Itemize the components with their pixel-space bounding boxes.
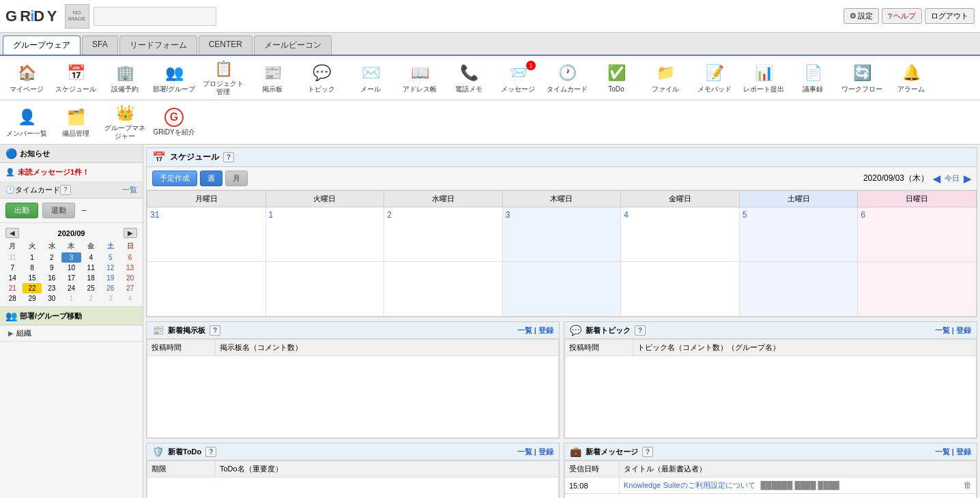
cal-day-3-3[interactable]: 24 [61, 283, 81, 293]
cal-day-3-2[interactable]: 23 [42, 283, 61, 293]
cal-prev-btn[interactable]: ◀ [5, 228, 19, 238]
cal-day-3-0[interactable]: 21 [3, 283, 23, 293]
tool-schedule[interactable]: 📅 スケジュール [52, 59, 100, 97]
tool-timecard[interactable]: 🕐 タイムカード [543, 59, 591, 97]
cal-day-2-4[interactable]: 18 [81, 273, 101, 283]
tool-introduce[interactable]: G GRiDYを紹介 [150, 103, 198, 141]
tool-groupmgr[interactable]: 👑 グループマネジャー [101, 103, 149, 141]
cal-day-1-5[interactable]: 12 [101, 263, 121, 273]
cal-day-0-6[interactable]: 6 [120, 252, 140, 263]
cal-day-0-4[interactable]: 4 [81, 252, 101, 263]
tool-dept[interactable]: 👥 部署/グループ [150, 59, 198, 97]
new-message-list-link[interactable]: 一覧 [935, 448, 950, 456]
cal-day-0-2[interactable]: 2 [42, 252, 61, 263]
timecard-help-btn[interactable]: ? [60, 185, 71, 195]
new-todo-help-btn[interactable]: ? [205, 447, 216, 457]
cal-day-1-0[interactable]: 7 [3, 263, 23, 273]
tool-mypage[interactable]: 🏠 マイページ [3, 59, 51, 97]
tool-address[interactable]: 📖 アドレス帳 [396, 59, 444, 97]
tool-mail[interactable]: ✉️ メール [347, 59, 394, 97]
tool-file[interactable]: 📁 ファイル [642, 59, 689, 97]
help-button[interactable]: ? ヘルプ [882, 8, 922, 24]
logout-button[interactable]: ログアウト [925, 8, 975, 24]
cal-day-4-0[interactable]: 28 [3, 293, 23, 304]
tool-minutes[interactable]: 📄 議事録 [789, 59, 837, 97]
new-topic-list-link[interactable]: 一覧 [935, 326, 950, 334]
new-board-help-btn[interactable]: ? [210, 325, 220, 336]
new-message-register-link[interactable]: 登録 [956, 448, 971, 456]
schedule-label: スケジュール [55, 85, 96, 93]
user-area: NO IMAGE [65, 4, 844, 29]
logo[interactable]: G R i D Y [5, 8, 57, 25]
settings-button[interactable]: ⚙ 設定 [844, 8, 879, 24]
tab-sfa[interactable]: SFA [82, 35, 118, 55]
cal-th-sun: 日 [120, 240, 140, 252]
introduce-label: GRiDYを紹介 [153, 128, 194, 136]
week-view-btn[interactable]: 週 [200, 171, 222, 186]
cal-next-btn[interactable]: ▶ [124, 228, 137, 238]
tool-phonenote[interactable]: 📞 電話メモ [445, 59, 493, 97]
cal-day-1-6[interactable]: 13 [120, 263, 140, 273]
tool-facility[interactable]: 🏢 設備予約 [101, 59, 149, 97]
msg-title-link-0[interactable]: Knowledge Suiteのご利用設定について [624, 481, 755, 489]
col-wed: 水曜日 [384, 191, 503, 207]
tab-leadform[interactable]: リードフォーム [119, 35, 197, 55]
today-btn[interactable]: 今日 [945, 173, 960, 184]
cal-day-1-4[interactable]: 11 [81, 263, 101, 273]
month-view-btn[interactable]: 月 [225, 171, 248, 186]
unread-message[interactable]: 👤 未読メッセージ1件！ [5, 167, 137, 177]
next-week-btn[interactable]: ▶ [964, 173, 971, 184]
cal-day-4-5[interactable]: 3 [101, 293, 121, 304]
cal-day-2-1[interactable]: 15 [23, 273, 42, 283]
new-board-list-link[interactable]: 一覧 [517, 326, 532, 334]
tool-board[interactable]: 📰 掲示板 [248, 59, 296, 97]
cal-day-2-2[interactable]: 16 [42, 273, 61, 283]
timecard-list-link[interactable]: 一覧 [122, 185, 137, 195]
tab-groupware[interactable]: グループウェア [3, 35, 81, 55]
create-schedule-btn[interactable]: 予定作成 [152, 171, 197, 186]
cal-day-2-5[interactable]: 19 [101, 273, 121, 283]
cal-day-0-5[interactable]: 5 [101, 252, 121, 263]
tool-topic[interactable]: 💬 トピック [298, 59, 345, 97]
cal-day-2-6[interactable]: 20 [120, 273, 140, 283]
tool-workflow[interactable]: 🔄 ワークフロー [838, 59, 886, 97]
tool-message[interactable]: 📨 1 メッセージ [494, 59, 542, 97]
cal-day-3-4[interactable]: 25 [81, 283, 101, 293]
new-board-register-link[interactable]: 登録 [538, 326, 553, 334]
cal-day-1-1[interactable]: 8 [23, 263, 42, 273]
new-topic-help-btn[interactable]: ? [635, 325, 646, 336]
tool-report[interactable]: 📊 レポート提出 [740, 59, 788, 97]
cal-day-3-1[interactable]: 22 [23, 283, 42, 293]
cal-day-3-5[interactable]: 26 [101, 283, 121, 293]
new-todo-list-link[interactable]: 一覧 [517, 448, 532, 456]
cal-day-4-2[interactable]: 30 [42, 293, 61, 304]
org-item[interactable]: ▶ 組織 [0, 325, 143, 341]
checkout-button[interactable]: 退勤 [42, 203, 75, 218]
cal-day-1-2[interactable]: 9 [42, 263, 61, 273]
prev-week-btn[interactable]: ◀ [933, 173, 940, 184]
schedule-help-btn[interactable]: ? [223, 152, 234, 162]
facility-icon: 🏢 [114, 62, 136, 84]
cal-day-0-3[interactable]: 3 [61, 252, 81, 263]
cal-day-4-1[interactable]: 29 [23, 293, 42, 304]
cal-day-0-1[interactable]: 1 [23, 252, 42, 263]
new-message-help-btn[interactable]: ? [642, 447, 653, 457]
cal-day-4-6[interactable]: 4 [120, 293, 140, 304]
cal-day-2-0[interactable]: 14 [3, 273, 23, 283]
cal-day-3-6[interactable]: 27 [120, 283, 140, 293]
msg-delete-0[interactable]: 🗑 [964, 480, 972, 490]
tool-todo[interactable]: ✅ ToDo [592, 59, 640, 97]
cal-day-1-3[interactable]: 10 [61, 263, 81, 273]
tool-alarm[interactable]: 🔔 アラーム [887, 59, 935, 97]
tab-mailbeacon[interactable]: メールビーコン [254, 35, 332, 55]
tool-notepad[interactable]: 📝 メモパッド [691, 59, 738, 97]
tab-center[interactable]: CENTER [199, 35, 253, 55]
sidebar: 🔵 お知らせ 👤 未読メッセージ1件！ 🕐 タイムカード ? 一覧 出勤 退勤 [0, 145, 143, 498]
tool-supply[interactable]: 🗂️ 備品管理 [52, 103, 100, 141]
new-topic-register-link[interactable]: 登録 [956, 326, 971, 334]
tool-member[interactable]: 👤 メンバー一覧 [3, 103, 51, 141]
cal-day-2-3[interactable]: 17 [61, 273, 81, 283]
checkin-button[interactable]: 出勤 [5, 203, 38, 218]
new-todo-register-link[interactable]: 登録 [538, 448, 553, 456]
tool-project[interactable]: 📋 プロジェクト管理 [199, 59, 247, 97]
